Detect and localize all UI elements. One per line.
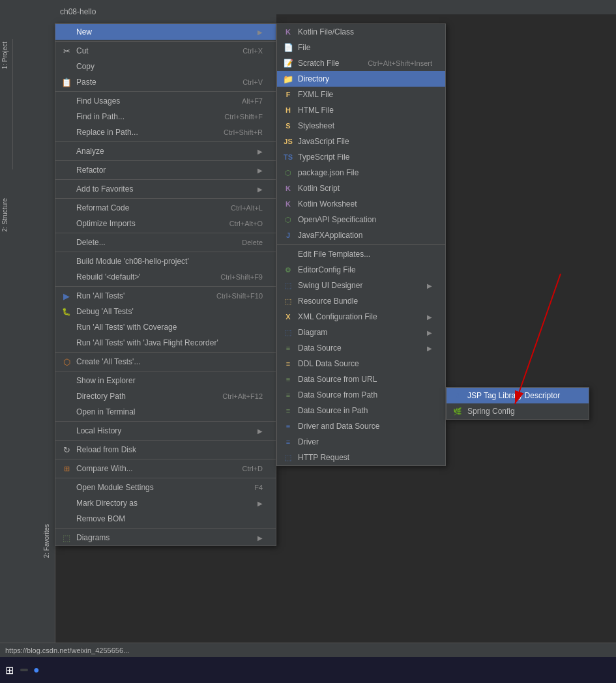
menu-item-reload-label: Reload from Disk bbox=[76, 445, 263, 454]
sidebar-structure-tab[interactable]: 2: Structure bbox=[0, 196, 10, 235]
menu-item-run-tests[interactable]: ▶ Run 'All Tests' Ctrl+Shift+F10 bbox=[55, 288, 276, 304]
menu-item-debug-tests[interactable]: 🐛 Debug 'All Tests' bbox=[55, 304, 276, 319]
sidebar: 1: Project 2: Structure 2: Favorites bbox=[0, 0, 55, 683]
diagram-icon: ⬚ bbox=[282, 327, 294, 338]
submenu-new-openapi[interactable]: ⬡ OpenAPI Specification bbox=[277, 212, 445, 227]
submenu-new-kotlin-worksheet[interactable]: K Kotlin Worksheet bbox=[277, 196, 445, 212]
menu-item-local-history[interactable]: Local History ▶ bbox=[55, 423, 276, 439]
menu-item-refactor[interactable]: Refactor ▶ bbox=[55, 162, 276, 178]
diagram-arrow-icon: ▶ bbox=[427, 329, 432, 336]
kotlin-icon: K bbox=[282, 26, 294, 38]
menu-item-run-coverage[interactable]: Run 'All Tests' with Coverage bbox=[55, 319, 276, 335]
submenu-new-html[interactable]: H HTML File bbox=[277, 102, 445, 118]
submenu-new-kotlin-script[interactable]: K Kotlin Script bbox=[277, 181, 445, 196]
submenu-new-diagram[interactable]: ⬚ Diagram ▶ bbox=[277, 325, 445, 340]
css-label: Stylesheet bbox=[298, 121, 432, 130]
submenu-new-javafx[interactable]: J JavaFXApplication bbox=[277, 227, 445, 243]
submenu-new-css[interactable]: S Stylesheet bbox=[277, 118, 445, 134]
submenu-new-scratch[interactable]: 📝 Scratch File Ctrl+Alt+Shift+Insert bbox=[277, 55, 445, 71]
submenu-new-ds-in-path[interactable]: ≡ Data Source in Path bbox=[277, 403, 445, 418]
menu-item-cut[interactable]: ✂ Cut Ctrl+X bbox=[55, 43, 276, 59]
kotlin-class-label: Kotlin File/Class bbox=[298, 27, 432, 36]
submenu-new-fxml[interactable]: F FXML File bbox=[277, 87, 445, 102]
menu-item-reformat[interactable]: Reformat Code Ctrl+Alt+L bbox=[55, 200, 276, 216]
menu-item-copy[interactable]: Copy bbox=[55, 59, 276, 74]
menu-item-delete[interactable]: Delete... Delete bbox=[55, 235, 276, 250]
submenu-new-xml-config[interactable]: X XML Configuration File ▶ bbox=[277, 309, 445, 325]
menu-item-remove-bom[interactable]: Remove BOM bbox=[55, 511, 276, 527]
taskbar-start[interactable]: ⊞ bbox=[5, 664, 14, 676]
menu-item-add-favorites[interactable]: Add to Favorites ▶ bbox=[55, 181, 276, 197]
menu-item-new[interactable]: New ▶ bbox=[55, 24, 276, 40]
submenu-new-swing[interactable]: ⬚ Swing UI Designer ▶ bbox=[277, 278, 445, 293]
sidebar-project-tab[interactable]: 1: Project bbox=[0, 39, 10, 72]
submenu-new-http[interactable]: ⬚ HTTP Request bbox=[277, 450, 445, 465]
submenu-new-ds-path[interactable]: ≡ Data Source from Path bbox=[277, 387, 445, 403]
submenu-new-directory[interactable]: 📁 Directory bbox=[277, 71, 445, 87]
submenu-new-ds-url[interactable]: ≡ Data Source from URL bbox=[277, 371, 445, 387]
sidebar-favorites-tab[interactable]: 2: Favorites bbox=[42, 521, 51, 560]
menu-item-show-explorer[interactable]: Show in Explorer bbox=[55, 373, 276, 388]
menu-item-paste[interactable]: 📋 Paste Ctrl+V bbox=[55, 74, 276, 90]
menu-item-run-flight[interactable]: Run 'All Tests' with 'Java Flight Record… bbox=[55, 335, 276, 351]
find-usages-shortcut: Alt+F7 bbox=[242, 97, 263, 105]
submenu-new-kotlin-class[interactable]: K Kotlin File/Class bbox=[277, 24, 445, 40]
submenu-new-edit-templates[interactable]: Edit File Templates... bbox=[277, 246, 445, 262]
menu-item-mark-dir[interactable]: Mark Directory as ▶ bbox=[55, 495, 276, 511]
module-icon bbox=[61, 482, 72, 493]
favorites-icon bbox=[61, 183, 72, 195]
kotlin-script-label: Kotlin Script bbox=[298, 184, 432, 193]
menu-item-diagrams[interactable]: ⬚ Diagrams ▶ bbox=[55, 530, 276, 545]
menu-item-analyze[interactable]: Analyze ▶ bbox=[55, 143, 276, 159]
dir-path-shortcut: Ctrl+Alt+F12 bbox=[222, 392, 263, 400]
diagrams-arrow-icon: ▶ bbox=[257, 534, 263, 542]
submenu-new-ddl[interactable]: ≡ DDL Data Source bbox=[277, 356, 445, 371]
menu-item-diagrams-label: Diagrams bbox=[76, 533, 252, 542]
submenu-new-ts[interactable]: TS TypeScript File bbox=[277, 149, 445, 165]
menu-item-optimize[interactable]: Optimize Imports Ctrl+Alt+O bbox=[55, 216, 276, 231]
menu-item-create-tests[interactable]: ⬡ Create 'All Tests'... bbox=[55, 354, 276, 370]
menu-item-dir-path[interactable]: Directory Path Ctrl+Alt+F12 bbox=[55, 388, 276, 404]
menu-item-replace-path[interactable]: Replace in Path... Ctrl+Shift+R bbox=[55, 124, 276, 140]
dir-path-icon bbox=[61, 390, 72, 402]
submenu-new-driver-ds[interactable]: ≡ Driver and Data Source bbox=[277, 418, 445, 434]
menu-item-bom-label: Remove BOM bbox=[76, 514, 263, 523]
submenu-new-datasource[interactable]: ≡ Data Source ▶ bbox=[277, 340, 445, 356]
menu-item-open-module[interactable]: Open Module Settings F4 bbox=[55, 480, 276, 495]
menu-item-build-module[interactable]: Build Module 'ch08-hello-project' bbox=[55, 254, 276, 269]
taskbar-chrome[interactable]: ● bbox=[33, 664, 40, 676]
submenu-xml-spring-config[interactable]: 🌿 Spring Config bbox=[447, 403, 589, 419]
submenu-new-resource[interactable]: ⬚ Resource Bundle bbox=[277, 293, 445, 309]
optimize-icon bbox=[61, 218, 72, 229]
menu-item-reload[interactable]: ↻ Reload from Disk bbox=[55, 442, 276, 458]
terminal-icon bbox=[61, 406, 72, 418]
openapi-icon: ⬡ bbox=[282, 214, 294, 225]
menu-item-reformat-label: Reformat Code bbox=[76, 203, 218, 212]
submenu-new-js[interactable]: JS JavaScript File bbox=[277, 134, 445, 149]
taskbar-intellij[interactable] bbox=[20, 669, 28, 671]
menu-item-debug-label: Debug 'All Tests' bbox=[76, 307, 263, 316]
submenu-new-driver[interactable]: ≡ Driver bbox=[277, 434, 445, 450]
submenu-new-editorconfig[interactable]: ⚙ EditorConfig File bbox=[277, 262, 445, 278]
cut-shortcut: Ctrl+X bbox=[242, 47, 263, 55]
menu-item-find-usages[interactable]: Find Usages Alt+F7 bbox=[55, 93, 276, 109]
debug-icon: 🐛 bbox=[61, 306, 72, 317]
swing-arrow-icon: ▶ bbox=[427, 282, 432, 289]
find-path-shortcut: Ctrl+Shift+F bbox=[224, 113, 263, 121]
submenu-new-file[interactable]: 📄 File bbox=[277, 40, 445, 55]
file-icon: 📄 bbox=[282, 42, 294, 53]
build-icon bbox=[61, 255, 72, 267]
menu-item-compare[interactable]: ⊞ Compare With... Ctrl+D bbox=[55, 461, 276, 476]
taskbar: ⊞ ● bbox=[0, 657, 616, 683]
submenu-new-packagejson[interactable]: ⬡ package.json File bbox=[277, 165, 445, 181]
menu-item-rebuild[interactable]: Rebuild '<default>' Ctrl+Shift+F9 bbox=[55, 269, 276, 285]
menu-item-open-terminal[interactable]: Open in Terminal bbox=[55, 404, 276, 420]
datasource-icon: ≡ bbox=[282, 342, 294, 354]
project-title-bar: ch08-hello bbox=[55, 0, 276, 23]
submenu-xml-config: J JSP Tag Library Descriptor 🌿 Spring Co… bbox=[446, 387, 589, 420]
menu-item-find-path[interactable]: Find in Path... Ctrl+Shift+F bbox=[55, 109, 276, 124]
menu-item-rebuild-label: Rebuild '<default>' bbox=[76, 272, 207, 282]
submenu-xml-jsp-tag[interactable]: J JSP Tag Library Descriptor bbox=[447, 388, 589, 403]
openapi-label: OpenAPI Specification bbox=[298, 215, 432, 224]
module-shortcut: F4 bbox=[254, 484, 263, 491]
